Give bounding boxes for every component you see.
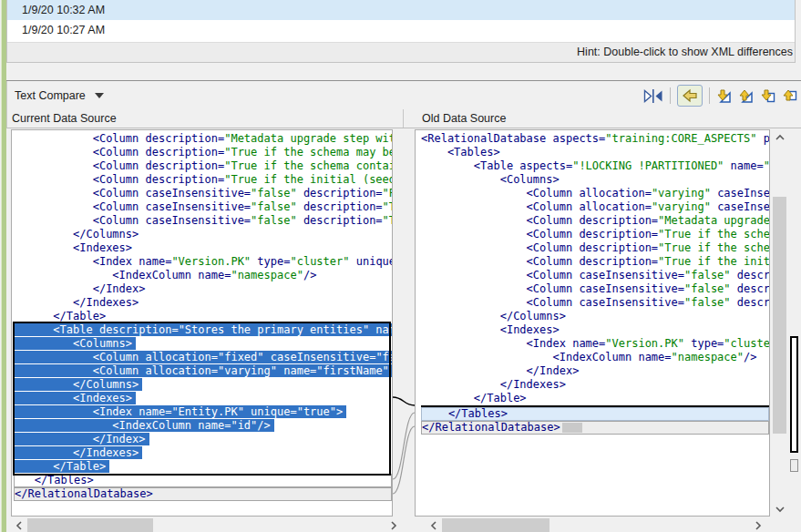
code-line[interactable]: </Table> [14, 310, 392, 323]
scroll-left-arrow-icon[interactable] [11, 517, 26, 532]
code-line[interactable]: <Column allocation="varying" name="first… [14, 364, 392, 378]
copy-current-change-right-to-left-icon[interactable] [677, 85, 703, 107]
compare-window: 1/9/20 10:32 AM1/9/20 10:27 AM Hint: Dou… [0, 0, 801, 532]
code-line[interactable]: </Columns> [14, 378, 392, 392]
code-line[interactable]: <Column caseInsensitive="false" descript… [14, 200, 392, 214]
code-line[interactable]: </Indexes> [14, 446, 392, 460]
code-line[interactable]: </Index> [14, 433, 392, 446]
code-line[interactable]: </Table> [421, 392, 769, 405]
compare-mode-dropdown[interactable]: Text Compare [15, 87, 104, 104]
overview-diff-marker[interactable] [790, 459, 798, 472]
compare-editor: Text Compare [6, 80, 801, 532]
code-line[interactable]: <IndexColumn name="namespace"/> [14, 269, 392, 282]
left-code-pane[interactable]: <Column description="Metadata upgrade st… [11, 129, 393, 517]
end-of-document-marker [562, 423, 582, 433]
scroll-right-arrow-icon[interactable] [750, 517, 765, 532]
code-line[interactable]: <Column caseInsensitive="false" descript… [421, 296, 769, 310]
code-line[interactable]: <Column description="Metadata upgrade st… [421, 214, 769, 228]
horizontal-scrollbar-thumb[interactable] [27, 518, 153, 532]
scroll-left-arrow-icon[interactable] [426, 517, 441, 532]
code-line[interactable]: </Tables> [14, 474, 392, 487]
code-line[interactable]: <Indexes> [14, 241, 392, 255]
code-line[interactable]: </Table> [14, 460, 392, 474]
overview-current-diff-marker[interactable] [790, 336, 798, 453]
code-line[interactable]: </Index> [421, 364, 769, 378]
left-code-lines: <Column description="Metadata upgrade st… [12, 130, 392, 501]
compare-body: <Column description="Metadata upgrade st… [6, 128, 801, 517]
left-pane-horizontal-scrollbar[interactable] [11, 517, 401, 532]
next-difference-icon[interactable] [716, 88, 732, 104]
pane-headers: Current Data Source Old Data Source [6, 109, 801, 128]
code-line[interactable]: </Columns> [14, 228, 392, 241]
next-change-icon[interactable] [760, 88, 775, 104]
code-line[interactable]: </Index> [14, 282, 392, 296]
code-line[interactable]: <Column description="Metadata upgrade st… [14, 132, 392, 146]
history-rows: 1/9/20 10:32 AM1/9/20 10:27 AM [7, 0, 795, 40]
right-pane-vertical-scrollbar[interactable] [771, 129, 788, 517]
toolbar-icons [643, 85, 797, 107]
code-line[interactable]: <Indexes> [421, 323, 769, 337]
diff-overview-ruler [789, 129, 801, 517]
code-line[interactable]: <Column description="True if the schema … [14, 146, 392, 159]
right-code-pane[interactable]: <RelationalDatabase aspects="training:CO… [415, 129, 770, 517]
toolbar-separator [670, 87, 671, 104]
code-line[interactable]: <RelationalDatabase aspects="training:CO… [421, 132, 769, 146]
right-pane-title: Old Data Source [404, 109, 801, 128]
code-line[interactable]: <Index name="Entity.PK" unique="true"> [14, 405, 392, 419]
revision-history-list: 1/9/20 10:32 AM1/9/20 10:27 AM Hint: Dou… [6, 0, 796, 63]
code-line[interactable]: </RelationalDatabase> [14, 487, 392, 501]
history-row[interactable]: 1/9/20 10:32 AM [7, 0, 795, 20]
toolbar-separator [709, 87, 710, 104]
code-line[interactable]: <Column caseInsensitive="false" descript… [14, 214, 392, 228]
code-line[interactable]: <Index name="Version.PK" type="cluster" … [14, 255, 392, 269]
previous-change-icon[interactable] [782, 88, 797, 104]
code-line[interactable]: <Table aspects="!LOCKING !PARTITIONED" n… [421, 159, 769, 173]
code-line[interactable]: <Columns> [421, 173, 769, 187]
code-line[interactable]: <Column caseInsensitive="false" descript… [421, 282, 769, 296]
right-code-lines: <RelationalDatabase aspects="training:CO… [416, 130, 769, 435]
code-line[interactable]: </Indexes> [421, 378, 769, 392]
code-line[interactable]: <Column caseInsensitive="false" descript… [421, 269, 769, 282]
code-line[interactable]: </Indexes> [14, 296, 392, 310]
code-line[interactable]: <Column description="True if the schema … [421, 228, 769, 241]
scroll-right-arrow-icon[interactable] [385, 517, 401, 532]
code-line[interactable]: <Column description="True if the schema … [421, 241, 769, 255]
code-line[interactable]: <Index name="Version.PK" type="cluster" … [421, 337, 769, 351]
code-line[interactable]: <Column description="True if the initial… [421, 255, 769, 269]
code-line[interactable]: <IndexColumn name="id"/> [14, 419, 392, 433]
code-line[interactable]: <Tables> [421, 146, 769, 159]
code-line[interactable]: <Column description="True if the schema … [14, 159, 392, 173]
horizontal-scrollbar-thumb[interactable] [442, 518, 549, 532]
code-line[interactable]: <Column description="True if the initial… [14, 173, 392, 187]
code-line[interactable]: <Column allocation="fixed" caseInsensiti… [14, 351, 392, 364]
hint-bar: Hint: Double-click to show XML differenc… [7, 42, 795, 62]
scroll-up-arrow-icon[interactable] [771, 129, 788, 145]
code-line[interactable]: <Column allocation="varying" caseInsensi… [421, 200, 769, 214]
swap-left-right-icon[interactable] [643, 89, 663, 103]
code-line[interactable]: </Columns> [421, 310, 769, 323]
previous-difference-icon[interactable] [738, 88, 754, 104]
code-line[interactable]: <Columns> [14, 337, 392, 351]
code-line[interactable]: </Tables> [421, 407, 769, 421]
right-pane-horizontal-scrollbar[interactable] [415, 517, 770, 532]
diff-connectors [393, 129, 415, 517]
code-line[interactable]: <Indexes> [14, 392, 392, 405]
hint-text: Hint: Double-click to show XML differenc… [577, 46, 793, 58]
horizontal-scrollbars [6, 517, 801, 532]
compare-toolbar: Text Compare [6, 81, 801, 109]
code-line[interactable]: <IndexColumn name="namespace"/> [421, 351, 769, 364]
code-line[interactable]: </RelationalDatabase> [421, 421, 769, 435]
code-line[interactable]: <Column caseInsensitive="false" descript… [14, 187, 392, 200]
code-line[interactable]: <Table description="Stores the primary e… [14, 323, 392, 337]
chevron-down-icon [95, 93, 104, 98]
vertical-scrollbar-thumb[interactable] [773, 197, 786, 434]
code-line[interactable]: <Column allocation="varying" caseInsensi… [421, 187, 769, 200]
compare-mode-label: Text Compare [15, 89, 86, 102]
scroll-down-arrow-icon[interactable] [771, 501, 788, 517]
history-row[interactable]: 1/9/20 10:27 AM [7, 20, 795, 40]
left-pane-title: Current Data Source [7, 109, 404, 128]
